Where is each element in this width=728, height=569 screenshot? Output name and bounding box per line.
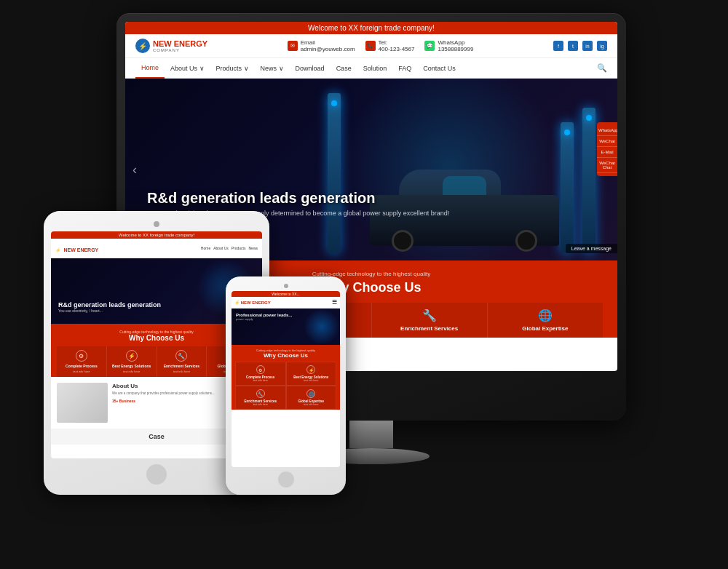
- email-info: Email admin@youweb.com: [301, 39, 355, 52]
- sidebar-email-float[interactable]: E-Mail: [597, 147, 617, 158]
- why-card-2: 🔧 Enrichment Services: [372, 303, 488, 338]
- nav-faq[interactable]: FAQ: [392, 58, 417, 79]
- tablet-nav-about[interactable]: About Us: [213, 246, 229, 250]
- tel-contact: 📞 Tel: 400-123-4567: [365, 39, 415, 52]
- tablet-header: ⚡ NEW ENERGY Home About Us Products News: [51, 239, 262, 258]
- topbar-text: Welcome to XX foreign trade company!: [308, 24, 435, 32]
- tablet-hero-text: R&d generation leads generation You use …: [58, 301, 161, 313]
- logo-icon: ⚡: [135, 39, 150, 53]
- phone-card-2: 🔧 Enrichment Services text info here: [235, 386, 286, 410]
- facebook-icon[interactable]: f: [553, 41, 563, 51]
- whatsapp-icon: 💬: [424, 41, 435, 51]
- phone-why-cards: ⚙ Complete Process text info here ⚡ Best…: [235, 362, 336, 410]
- tablet-hero-subtitle: You use electricity, I heart...: [58, 309, 161, 313]
- phone-header: ⚡ NEW ENERGY ☰: [232, 297, 340, 309]
- phone-hero: Professional power leads... power supply: [232, 309, 340, 345]
- leave-message-btn[interactable]: Leave a message: [566, 244, 617, 253]
- phone-outer: Welcome to XX... ⚡ NEW ENERGY ☰ Professi…: [226, 276, 346, 495]
- tablet-card-0: ⚙ Complete Process text info here: [57, 346, 107, 377]
- site-contact-info: ✉ Email admin@youweb.com 📞 Tel: 400-123-…: [288, 39, 474, 52]
- site-logo: ⚡ NEW ENERGY COMPANY: [135, 39, 207, 53]
- tablet-card-2-text: text info here: [159, 370, 205, 373]
- phone-card-0-icon: ⚙: [256, 365, 265, 374]
- twitter-icon[interactable]: t: [568, 41, 578, 51]
- email-value: admin@youweb.com: [301, 46, 355, 52]
- nav-home[interactable]: Home: [135, 58, 165, 79]
- phone-card-0: ⚙ Complete Process text info here: [235, 362, 286, 386]
- tel-label: Tel:: [379, 39, 415, 46]
- logo-tagline: COMPANY: [153, 48, 207, 52]
- phone: Welcome to XX... ⚡ NEW ENERGY ☰ Professi…: [226, 276, 346, 495]
- phone-card-1-text: text info here: [289, 379, 334, 382]
- email-icon: ✉: [288, 41, 298, 51]
- phone-home-button[interactable]: [278, 471, 294, 488]
- tablet-camera: [154, 221, 159, 227]
- tablet-nav: Home About Us Products News: [201, 246, 258, 250]
- logo-name: NEW ENERGY: [153, 40, 207, 48]
- sidebar-wechat-chat[interactable]: WeChat Chat: [597, 158, 617, 173]
- sidebar-float: WhatsApp WeChat E-Mail WeChat Chat: [597, 122, 617, 176]
- instagram-icon[interactable]: ig: [597, 41, 607, 51]
- hero-arrow-left[interactable]: ‹: [132, 162, 137, 178]
- tablet-nav-news[interactable]: News: [248, 246, 258, 250]
- nav-contact[interactable]: Contact Us: [417, 58, 462, 79]
- car-wheel-right: [515, 230, 537, 252]
- whatsapp-value: 13588889999: [438, 46, 473, 52]
- tablet-home-button[interactable]: [146, 464, 167, 485]
- tablet-nav-home[interactable]: Home: [201, 246, 210, 250]
- site-topbar: Welcome to XX foreign trade company!: [125, 22, 617, 34]
- nav-search-icon[interactable]: 🔍: [597, 63, 607, 73]
- phone-card-3-text: text info here: [289, 403, 334, 406]
- tablet-card-1-icon: ⚡: [126, 350, 138, 362]
- car-wheel-left: [392, 230, 414, 252]
- phone-logo: ⚡ NEW ENERGY: [234, 300, 271, 305]
- nav-case[interactable]: Case: [331, 58, 357, 79]
- email-contact: ✉ Email admin@youweb.com: [288, 39, 355, 52]
- phone-card-3-icon: 🌐: [306, 389, 315, 398]
- site-header: ⚡ NEW ENERGY COMPANY ✉ Email admin@youwe…: [125, 34, 617, 58]
- phone-card-0-text: text info here: [238, 379, 283, 382]
- tablet-card-0-title: Complete Process: [59, 364, 104, 368]
- scene: Welcome to XX foreign trade company! ⚡ N…: [0, 0, 728, 569]
- nav-download[interactable]: Download: [290, 58, 331, 79]
- whatsapp-info: WhatsApp 13588889999: [438, 39, 473, 52]
- tablet-hero-title: R&d generation leads generation: [58, 301, 161, 309]
- phone-menu-icon[interactable]: ☰: [332, 299, 337, 306]
- tablet-logo-text: NEW ENERGY: [63, 247, 98, 252]
- linkedin-icon[interactable]: in: [582, 41, 593, 51]
- phone-screen: Welcome to XX... ⚡ NEW ENERGY ☰ Professi…: [232, 291, 340, 467]
- nav-news[interactable]: News ∨: [255, 58, 290, 79]
- why-card-2-title: Enrichment Services: [376, 325, 483, 332]
- why-card-3-icon: 🌐: [492, 309, 598, 322]
- phone-card-3: 🌐 Global Expertise text info here: [286, 386, 337, 410]
- monitor-stand-neck: [349, 421, 393, 448]
- phone-card-1-icon: ⚡: [306, 365, 315, 374]
- tablet-about-image: [57, 383, 108, 423]
- nav-solution[interactable]: Solution: [357, 58, 393, 79]
- tablet-card-2-icon: 🔧: [175, 350, 187, 362]
- nav-products[interactable]: Products ∨: [210, 58, 255, 79]
- phone-why-title: Why Choose Us: [235, 352, 336, 359]
- logo-text: NEW ENERGY COMPANY: [153, 40, 207, 52]
- tablet-topbar: Welcome to XX foreign trade company!: [51, 231, 262, 239]
- whatsapp-contact: 💬 WhatsApp 13588889999: [424, 39, 473, 52]
- phone-camera: [284, 284, 288, 288]
- sidebar-whatsapp[interactable]: WhatsApp: [597, 125, 617, 136]
- tablet-nav-products[interactable]: Products: [232, 246, 246, 250]
- tablet-card-0-icon: ⚙: [76, 350, 87, 362]
- sidebar-wechat[interactable]: WeChat: [597, 136, 617, 147]
- whatsapp-label: WhatsApp: [438, 39, 473, 46]
- charger-center-glow: [564, 130, 570, 135]
- phone-card-1: ⚡ Best Energy Solutions text info here: [286, 362, 337, 386]
- charger-left: [328, 93, 341, 253]
- why-card-3: 🌐 Global Expertise: [488, 303, 603, 338]
- nav-about[interactable]: About Us ∨: [165, 58, 210, 79]
- site-nav: Home About Us ∨ Products ∨ News ∨ Downlo…: [125, 58, 617, 79]
- tablet-card-2: 🔧 Enrichment Services text info here: [157, 346, 207, 377]
- tablet-stat-1: 15+ Business: [112, 399, 135, 403]
- why-card-3-title: Global Expertise: [492, 325, 598, 332]
- phone-topbar: Welcome to XX...: [232, 291, 340, 297]
- site-social: f t in ig: [553, 41, 607, 51]
- phone-hero-glow: [304, 309, 340, 345]
- charger-right: [582, 108, 596, 253]
